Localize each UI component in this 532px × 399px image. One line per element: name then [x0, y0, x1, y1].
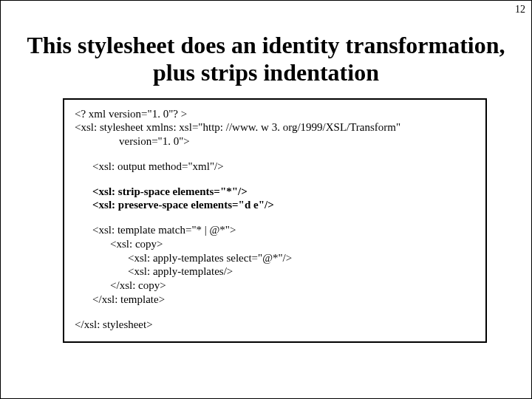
code-line: <xsl: apply-templates select="@*"/> — [75, 251, 475, 265]
code-line: <xsl: copy> — [75, 237, 475, 251]
slide-page: 12 This stylesheet does an identity tran… — [0, 0, 532, 399]
code-line: <xsl: preserve-space elements="d e"/> — [75, 198, 475, 212]
code-line: </xsl: template> — [75, 293, 475, 307]
code-line: <xsl: apply-templates/> — [75, 265, 475, 279]
code-line: </xsl: stylesheet> — [75, 318, 475, 332]
code-blank — [75, 307, 475, 318]
code-line: <xsl: stylesheet xmlns: xsl="http: //www… — [75, 120, 475, 134]
code-line: version="1. 0"> — [75, 134, 475, 149]
slide-title: This stylesheet does an identity transfo… — [1, 32, 531, 86]
code-line: <xsl: output method="xml"/> — [75, 160, 475, 174]
page-number: 12 — [515, 4, 525, 16]
code-line: </xsl: copy> — [75, 279, 475, 293]
code-line: <xsl: strip-space elements="*"/> — [75, 185, 475, 199]
code-listing: <? xml version="1. 0"? > <xsl: styleshee… — [63, 98, 487, 344]
code-blank — [75, 212, 475, 223]
code-line: <xsl: template match="* | @*"> — [75, 223, 475, 237]
code-blank — [75, 149, 475, 160]
code-line: <? xml version="1. 0"? > — [75, 107, 475, 121]
code-blank — [75, 174, 475, 185]
